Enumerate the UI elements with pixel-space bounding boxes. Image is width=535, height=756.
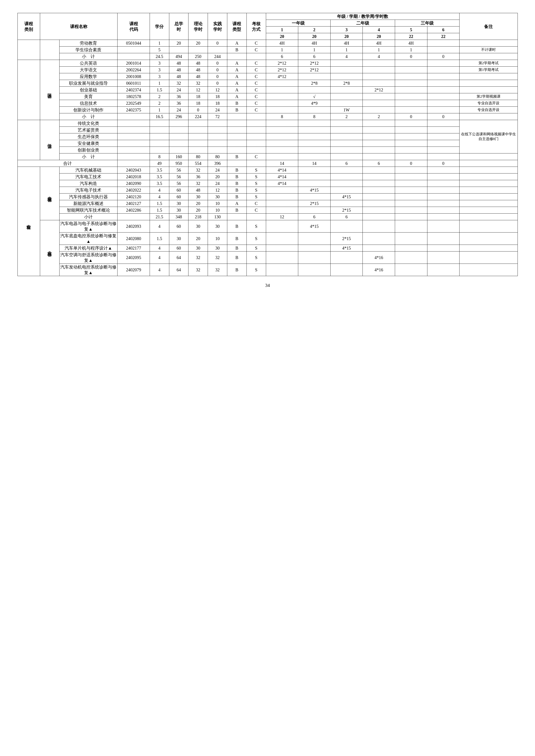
cell-s1: 2*12 xyxy=(266,60,298,67)
cell-practice xyxy=(208,140,227,147)
cell-s3 xyxy=(330,133,363,140)
cell-exam: C xyxy=(246,100,266,107)
cell-type: A xyxy=(227,200,246,207)
page-container: 课程类别 课程名称 课程代码 学分 总学时 理论学时 实践学时 课程类型 考核方… xyxy=(17,13,518,288)
cell-credits: 4 xyxy=(150,194,169,200)
cell-code: 2402177 xyxy=(118,245,150,252)
cell-code xyxy=(118,53,150,60)
cell-practice: 10 xyxy=(208,207,227,214)
cell-code: 2202549 xyxy=(118,100,150,107)
cell-s5 xyxy=(395,252,427,264)
cell-s5 xyxy=(395,180,427,187)
cell-s4: 4*16 xyxy=(363,252,395,264)
cell-theory: 18 xyxy=(188,100,208,107)
header-s2: 2 xyxy=(298,27,330,33)
cell-s5 xyxy=(395,200,427,207)
cell-note xyxy=(460,232,518,245)
cell-credits: 1.5 xyxy=(150,200,169,207)
table-row: 专业课程 专业基础课 汽车机械基础 2402043 3.5 56 32 24 B… xyxy=(17,167,518,174)
cell-name: 汽车底盘电控系统诊断与修复▲ xyxy=(59,232,117,245)
cell-type: B xyxy=(227,46,246,53)
cell-name: 小计 xyxy=(59,214,117,220)
cell-credits: 1.5 xyxy=(150,232,169,245)
cell-s5 xyxy=(395,194,427,200)
cell-type: B xyxy=(227,264,246,276)
header-category: 课程类别 xyxy=(17,13,40,40)
cell-note: 专业自选开设 xyxy=(460,107,518,113)
cell-note-renxuan: 在线下公选课和网络视频课中学生自主选修8门 xyxy=(460,120,518,153)
cell-s2 xyxy=(298,232,330,245)
cell-theory: 30 xyxy=(188,194,208,200)
cell-s4: 4H xyxy=(363,40,395,46)
cell-s4 xyxy=(363,127,395,133)
cell-credits: 3 xyxy=(150,67,169,73)
cell-s6 xyxy=(427,120,460,127)
cell-total xyxy=(169,140,188,147)
cell-credits: 4 xyxy=(150,252,169,264)
cell-s2: 4*9 xyxy=(298,100,330,107)
cell-total: 30 xyxy=(169,207,188,214)
cell-s4 xyxy=(363,140,395,147)
cell-s6 xyxy=(427,73,460,80)
cell-theory: 224 xyxy=(188,113,208,120)
cell-total: 56 xyxy=(169,180,188,187)
cell-total: 48 xyxy=(169,67,188,73)
cell-type: B xyxy=(227,245,246,252)
cell-name: 智能网联汽车技术概论 xyxy=(59,207,117,214)
cell-s3: 4 xyxy=(330,53,363,60)
cell-code xyxy=(118,133,150,140)
cell-theory: 30 xyxy=(188,245,208,252)
cell-s1 xyxy=(266,245,298,252)
cell-note xyxy=(460,220,518,232)
cell-subcategory-xianze: 限选课 xyxy=(40,60,60,120)
cell-total xyxy=(169,147,188,153)
cell-name: 职业发展与就业指导 xyxy=(59,80,117,87)
cell-s6 xyxy=(427,107,460,113)
header-w3: 20 xyxy=(330,33,363,40)
cell-s5 xyxy=(395,153,427,160)
cell-s6 xyxy=(427,40,460,46)
cell-s5 xyxy=(395,133,427,140)
cell-total xyxy=(169,120,188,127)
cell-theory: 554 xyxy=(188,160,208,167)
table-row: 创新设计与制作 2402375 1 24 0 24 B C 1W 专业自选开设 xyxy=(17,107,518,113)
cell-theory: 48 xyxy=(188,60,208,67)
cell-code: 0601011 xyxy=(118,80,150,87)
cell-practice xyxy=(208,133,227,140)
cell-s6: 0 xyxy=(427,53,460,60)
cell-note: 第2学期视频课 xyxy=(460,93,518,100)
cell-s3 xyxy=(330,140,363,147)
cell-note xyxy=(460,200,518,207)
cell-name: 创业基础 xyxy=(59,87,117,93)
cell-s4 xyxy=(363,174,395,180)
cell-s3: 4*15 xyxy=(330,194,363,200)
cell-s4: 2 xyxy=(363,113,395,120)
cell-exam xyxy=(246,113,266,120)
cell-name: 汽车电工技术 xyxy=(59,174,117,180)
cell-total xyxy=(169,46,188,53)
cell-name: 公共英语 xyxy=(59,60,117,67)
cell-s5 xyxy=(395,60,427,67)
cell-exam: C xyxy=(246,60,266,67)
cell-s5: 0 xyxy=(395,113,427,120)
cell-s5 xyxy=(395,87,427,93)
cell-s6 xyxy=(427,245,460,252)
cell-s2 xyxy=(298,252,330,264)
cell-total: 60 xyxy=(169,194,188,200)
cell-practice: 80 xyxy=(208,153,227,160)
cell-practice: 0 xyxy=(208,67,227,73)
cell-note xyxy=(460,87,518,93)
cell-practice: 10 xyxy=(208,200,227,207)
cell-total: 296 xyxy=(169,113,188,120)
cell-name: 汽车构造 xyxy=(59,180,117,187)
cell-exam xyxy=(246,133,266,140)
cell-s1 xyxy=(266,232,298,245)
cell-s2: 1 xyxy=(298,46,330,53)
header-grade-1: 一年级 xyxy=(266,20,330,27)
table-row-subtotal: 小计 21.5 348 218 130 12 6 6 xyxy=(17,214,518,220)
cell-s6 xyxy=(427,127,460,133)
cell-s3 xyxy=(330,100,363,107)
cell-exam: S xyxy=(246,187,266,194)
cell-note xyxy=(460,40,518,46)
cell-code: 1802578 xyxy=(118,93,150,100)
